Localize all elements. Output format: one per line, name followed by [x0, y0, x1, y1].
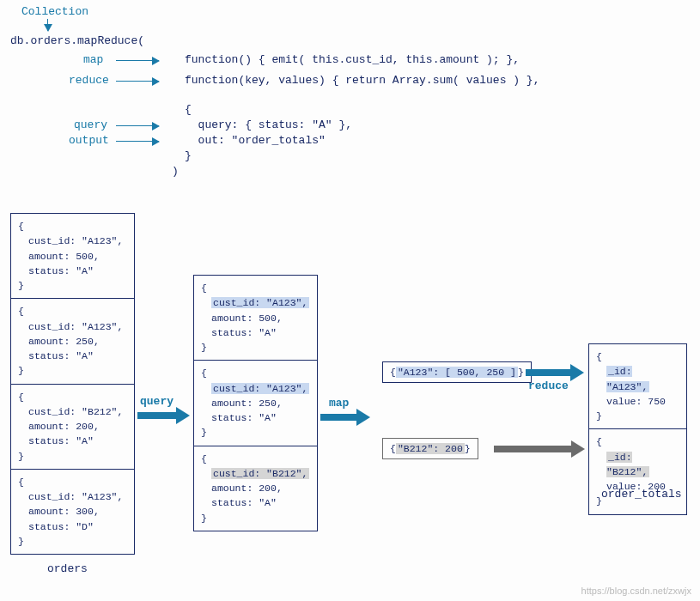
orders-doc: { cust_id: "A123", amount: 500, status: … — [11, 214, 134, 299]
options-close-brace: } — [185, 149, 192, 162]
reduce-label: reduce — [69, 74, 109, 87]
output-label: output — [69, 134, 109, 147]
collection-label: Collection — [21, 5, 88, 18]
emitted-group-a123: {"A123": [ 500, 250 ]} — [382, 361, 532, 383]
reduce-function: function(key, values) { return Array.sum… — [185, 74, 539, 87]
reduce-arrow — [116, 81, 159, 82]
filtered-doc: { cust_id: "A123", amount: 500, status: … — [194, 276, 317, 361]
results-doc: { _id: "A123", value: 750 } — [589, 344, 686, 429]
diagram-stage: Collection db.orders.mapReduce( map func… — [0, 0, 700, 601]
results-doc: { _id: "B212", value: 200 } — [589, 429, 686, 513]
filtered-doc: { cust_id: "B212", amount: 200, status: … — [194, 446, 317, 531]
results-caption: order_totals — [601, 488, 682, 501]
map-label: map — [83, 53, 103, 66]
orders-collection: { cust_id: "A123", amount: 500, status: … — [10, 213, 135, 555]
watermark: https://blog.csdn.net/zxwjx — [581, 586, 691, 596]
filtered-doc: { cust_id: "A123", amount: 250, status: … — [194, 361, 317, 446]
collection-arrow — [47, 19, 48, 31]
mapreduce-call: db.orders.mapReduce( — [10, 34, 144, 47]
emitted-group-b212: {"B212": 200} — [382, 438, 478, 459]
query-stage-label: query — [140, 395, 173, 408]
query-label: query — [74, 118, 107, 131]
orders-doc: { cust_id: "B212", amount: 200, status: … — [11, 385, 134, 470]
query-line: query: { status: "A" }, — [185, 118, 352, 131]
options-open-brace: { — [185, 103, 192, 116]
out-line: out: "order_totals" — [185, 134, 326, 147]
call-close-paren: ) — [172, 165, 179, 178]
map-arrow — [116, 60, 159, 61]
filtered-collection: { cust_id: "A123", amount: 500, status: … — [193, 275, 318, 531]
map-stage-label: map — [329, 397, 349, 410]
orders-caption: orders — [47, 562, 88, 575]
orders-doc: { cust_id: "A123", amount: 300, status: … — [11, 470, 134, 554]
query-arrow — [116, 125, 159, 126]
output-arrow — [116, 141, 159, 142]
reduce-stage-label: reduce — [528, 379, 569, 392]
map-function: function() { emit( this.cust_id, this.am… — [185, 53, 520, 66]
orders-doc: { cust_id: "A123", amount: 250, status: … — [11, 299, 134, 384]
